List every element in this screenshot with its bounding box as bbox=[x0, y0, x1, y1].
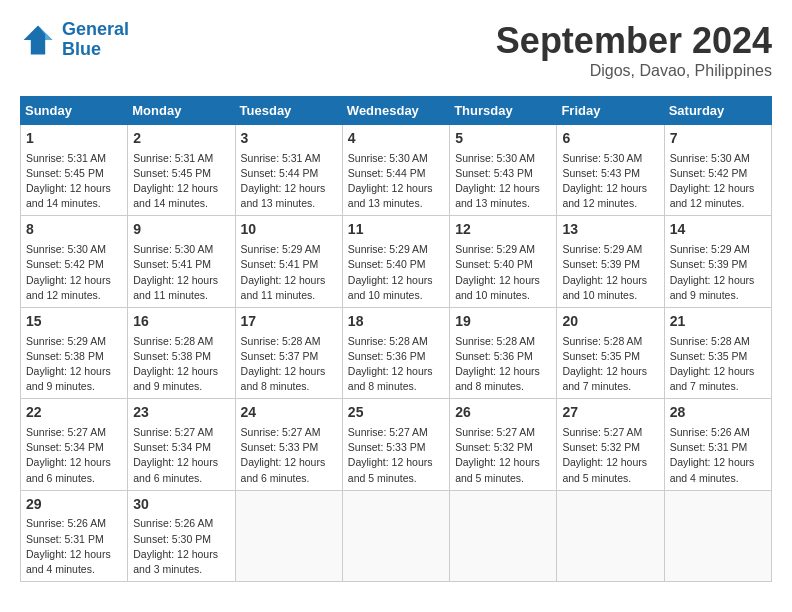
calendar-week-2: 8Sunrise: 5:30 AMSunset: 5:42 PMDaylight… bbox=[21, 216, 772, 307]
calendar-header-friday: Friday bbox=[557, 97, 664, 125]
day-number: 13 bbox=[562, 220, 658, 240]
day-number: 2 bbox=[133, 129, 229, 149]
day-info: Sunrise: 5:28 AMSunset: 5:37 PMDaylight:… bbox=[241, 334, 337, 395]
calendar-cell: 8Sunrise: 5:30 AMSunset: 5:42 PMDaylight… bbox=[21, 216, 128, 307]
calendar-cell: 11Sunrise: 5:29 AMSunset: 5:40 PMDayligh… bbox=[342, 216, 449, 307]
day-number: 22 bbox=[26, 403, 122, 423]
calendar-cell: 24Sunrise: 5:27 AMSunset: 5:33 PMDayligh… bbox=[235, 399, 342, 490]
day-number: 3 bbox=[241, 129, 337, 149]
day-info: Sunrise: 5:29 AMSunset: 5:39 PMDaylight:… bbox=[670, 242, 766, 303]
calendar-cell bbox=[342, 490, 449, 581]
day-number: 4 bbox=[348, 129, 444, 149]
logo-text: General Blue bbox=[62, 20, 129, 60]
calendar-cell: 25Sunrise: 5:27 AMSunset: 5:33 PMDayligh… bbox=[342, 399, 449, 490]
page-header: General Blue September 2024 Digos, Davao… bbox=[20, 20, 772, 80]
day-number: 9 bbox=[133, 220, 229, 240]
logo: General Blue bbox=[20, 20, 129, 60]
calendar-header-sunday: Sunday bbox=[21, 97, 128, 125]
calendar-cell: 1Sunrise: 5:31 AMSunset: 5:45 PMDaylight… bbox=[21, 125, 128, 216]
day-info: Sunrise: 5:28 AMSunset: 5:35 PMDaylight:… bbox=[562, 334, 658, 395]
calendar-header-monday: Monday bbox=[128, 97, 235, 125]
day-number: 28 bbox=[670, 403, 766, 423]
calendar-cell bbox=[235, 490, 342, 581]
logo-icon bbox=[20, 22, 56, 58]
day-number: 26 bbox=[455, 403, 551, 423]
calendar-cell: 13Sunrise: 5:29 AMSunset: 5:39 PMDayligh… bbox=[557, 216, 664, 307]
day-info: Sunrise: 5:31 AMSunset: 5:45 PMDaylight:… bbox=[133, 151, 229, 212]
day-number: 7 bbox=[670, 129, 766, 149]
calendar-cell: 2Sunrise: 5:31 AMSunset: 5:45 PMDaylight… bbox=[128, 125, 235, 216]
day-number: 23 bbox=[133, 403, 229, 423]
calendar-header-row: SundayMondayTuesdayWednesdayThursdayFrid… bbox=[21, 97, 772, 125]
calendar-cell: 5Sunrise: 5:30 AMSunset: 5:43 PMDaylight… bbox=[450, 125, 557, 216]
calendar-cell: 4Sunrise: 5:30 AMSunset: 5:44 PMDaylight… bbox=[342, 125, 449, 216]
calendar-header-saturday: Saturday bbox=[664, 97, 771, 125]
calendar-cell: 16Sunrise: 5:28 AMSunset: 5:38 PMDayligh… bbox=[128, 307, 235, 398]
day-info: Sunrise: 5:30 AMSunset: 5:44 PMDaylight:… bbox=[348, 151, 444, 212]
calendar-cell: 15Sunrise: 5:29 AMSunset: 5:38 PMDayligh… bbox=[21, 307, 128, 398]
day-number: 30 bbox=[133, 495, 229, 515]
day-info: Sunrise: 5:30 AMSunset: 5:43 PMDaylight:… bbox=[455, 151, 551, 212]
calendar-cell: 20Sunrise: 5:28 AMSunset: 5:35 PMDayligh… bbox=[557, 307, 664, 398]
day-number: 10 bbox=[241, 220, 337, 240]
day-number: 15 bbox=[26, 312, 122, 332]
day-number: 24 bbox=[241, 403, 337, 423]
calendar-cell: 9Sunrise: 5:30 AMSunset: 5:41 PMDaylight… bbox=[128, 216, 235, 307]
day-info: Sunrise: 5:27 AMSunset: 5:34 PMDaylight:… bbox=[133, 425, 229, 486]
calendar-cell: 23Sunrise: 5:27 AMSunset: 5:34 PMDayligh… bbox=[128, 399, 235, 490]
calendar-cell: 27Sunrise: 5:27 AMSunset: 5:32 PMDayligh… bbox=[557, 399, 664, 490]
calendar-cell: 7Sunrise: 5:30 AMSunset: 5:42 PMDaylight… bbox=[664, 125, 771, 216]
calendar-header-tuesday: Tuesday bbox=[235, 97, 342, 125]
day-info: Sunrise: 5:27 AMSunset: 5:33 PMDaylight:… bbox=[348, 425, 444, 486]
calendar-cell: 28Sunrise: 5:26 AMSunset: 5:31 PMDayligh… bbox=[664, 399, 771, 490]
day-number: 21 bbox=[670, 312, 766, 332]
calendar-cell: 26Sunrise: 5:27 AMSunset: 5:32 PMDayligh… bbox=[450, 399, 557, 490]
calendar-cell bbox=[450, 490, 557, 581]
day-info: Sunrise: 5:28 AMSunset: 5:36 PMDaylight:… bbox=[455, 334, 551, 395]
day-info: Sunrise: 5:29 AMSunset: 5:38 PMDaylight:… bbox=[26, 334, 122, 395]
day-number: 6 bbox=[562, 129, 658, 149]
day-info: Sunrise: 5:30 AMSunset: 5:41 PMDaylight:… bbox=[133, 242, 229, 303]
calendar-cell: 22Sunrise: 5:27 AMSunset: 5:34 PMDayligh… bbox=[21, 399, 128, 490]
calendar-cell: 14Sunrise: 5:29 AMSunset: 5:39 PMDayligh… bbox=[664, 216, 771, 307]
day-info: Sunrise: 5:28 AMSunset: 5:38 PMDaylight:… bbox=[133, 334, 229, 395]
day-info: Sunrise: 5:27 AMSunset: 5:33 PMDaylight:… bbox=[241, 425, 337, 486]
calendar-cell: 17Sunrise: 5:28 AMSunset: 5:37 PMDayligh… bbox=[235, 307, 342, 398]
calendar: SundayMondayTuesdayWednesdayThursdayFrid… bbox=[20, 96, 772, 582]
calendar-week-3: 15Sunrise: 5:29 AMSunset: 5:38 PMDayligh… bbox=[21, 307, 772, 398]
day-info: Sunrise: 5:29 AMSunset: 5:40 PMDaylight:… bbox=[348, 242, 444, 303]
logo-blue: Blue bbox=[62, 39, 101, 59]
day-number: 14 bbox=[670, 220, 766, 240]
day-info: Sunrise: 5:28 AMSunset: 5:36 PMDaylight:… bbox=[348, 334, 444, 395]
day-number: 18 bbox=[348, 312, 444, 332]
day-info: Sunrise: 5:26 AMSunset: 5:30 PMDaylight:… bbox=[133, 516, 229, 577]
calendar-cell: 12Sunrise: 5:29 AMSunset: 5:40 PMDayligh… bbox=[450, 216, 557, 307]
day-number: 8 bbox=[26, 220, 122, 240]
day-number: 16 bbox=[133, 312, 229, 332]
calendar-week-4: 22Sunrise: 5:27 AMSunset: 5:34 PMDayligh… bbox=[21, 399, 772, 490]
calendar-cell: 10Sunrise: 5:29 AMSunset: 5:41 PMDayligh… bbox=[235, 216, 342, 307]
calendar-cell: 3Sunrise: 5:31 AMSunset: 5:44 PMDaylight… bbox=[235, 125, 342, 216]
day-number: 1 bbox=[26, 129, 122, 149]
day-info: Sunrise: 5:29 AMSunset: 5:40 PMDaylight:… bbox=[455, 242, 551, 303]
calendar-cell: 19Sunrise: 5:28 AMSunset: 5:36 PMDayligh… bbox=[450, 307, 557, 398]
calendar-cell bbox=[557, 490, 664, 581]
calendar-cell: 18Sunrise: 5:28 AMSunset: 5:36 PMDayligh… bbox=[342, 307, 449, 398]
day-info: Sunrise: 5:29 AMSunset: 5:39 PMDaylight:… bbox=[562, 242, 658, 303]
calendar-cell: 6Sunrise: 5:30 AMSunset: 5:43 PMDaylight… bbox=[557, 125, 664, 216]
day-number: 25 bbox=[348, 403, 444, 423]
day-info: Sunrise: 5:27 AMSunset: 5:32 PMDaylight:… bbox=[562, 425, 658, 486]
logo-general: General bbox=[62, 19, 129, 39]
day-number: 5 bbox=[455, 129, 551, 149]
title-block: September 2024 Digos, Davao, Philippines bbox=[496, 20, 772, 80]
calendar-week-5: 29Sunrise: 5:26 AMSunset: 5:31 PMDayligh… bbox=[21, 490, 772, 581]
month-title: September 2024 bbox=[496, 20, 772, 62]
calendar-header-wednesday: Wednesday bbox=[342, 97, 449, 125]
day-info: Sunrise: 5:31 AMSunset: 5:44 PMDaylight:… bbox=[241, 151, 337, 212]
calendar-week-1: 1Sunrise: 5:31 AMSunset: 5:45 PMDaylight… bbox=[21, 125, 772, 216]
calendar-header-thursday: Thursday bbox=[450, 97, 557, 125]
calendar-cell: 29Sunrise: 5:26 AMSunset: 5:31 PMDayligh… bbox=[21, 490, 128, 581]
day-number: 11 bbox=[348, 220, 444, 240]
day-number: 12 bbox=[455, 220, 551, 240]
calendar-cell: 21Sunrise: 5:28 AMSunset: 5:35 PMDayligh… bbox=[664, 307, 771, 398]
